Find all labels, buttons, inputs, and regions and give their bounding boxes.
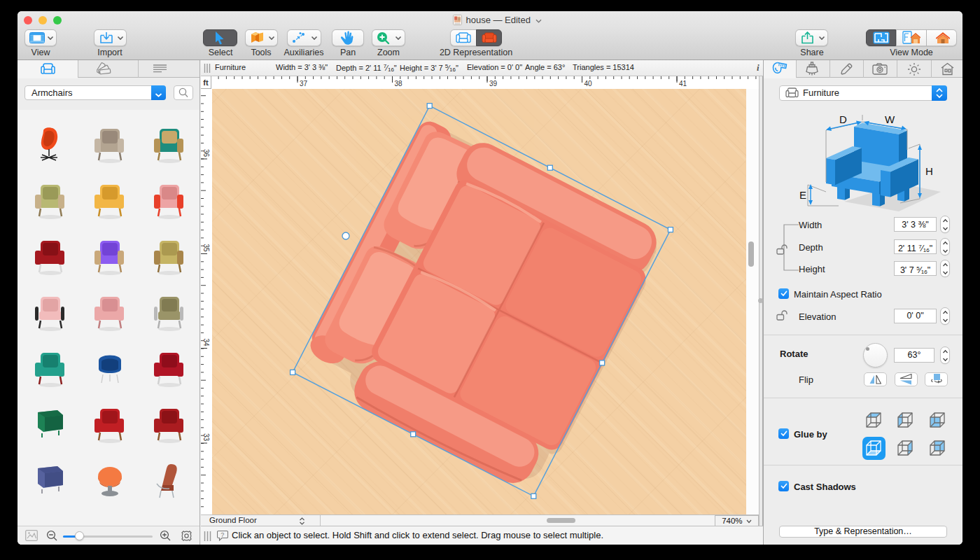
svg-text:34: 34	[202, 339, 210, 347]
svg-text:H: H	[925, 165, 933, 177]
svg-text:33: 33	[202, 433, 210, 442]
svg-text:E: E	[799, 189, 806, 201]
svg-text:39: 39	[489, 80, 498, 88]
svg-text:40: 40	[584, 80, 593, 88]
svg-text:?: ?	[220, 531, 224, 538]
svg-text:37: 37	[300, 80, 308, 88]
svg-text:W: W	[885, 113, 895, 125]
svg-text:D: D	[839, 113, 847, 125]
svg-text:36: 36	[202, 149, 210, 158]
svg-text:38: 38	[395, 80, 403, 88]
svg-text:35: 35	[202, 244, 210, 253]
svg-text:41: 41	[679, 80, 687, 88]
